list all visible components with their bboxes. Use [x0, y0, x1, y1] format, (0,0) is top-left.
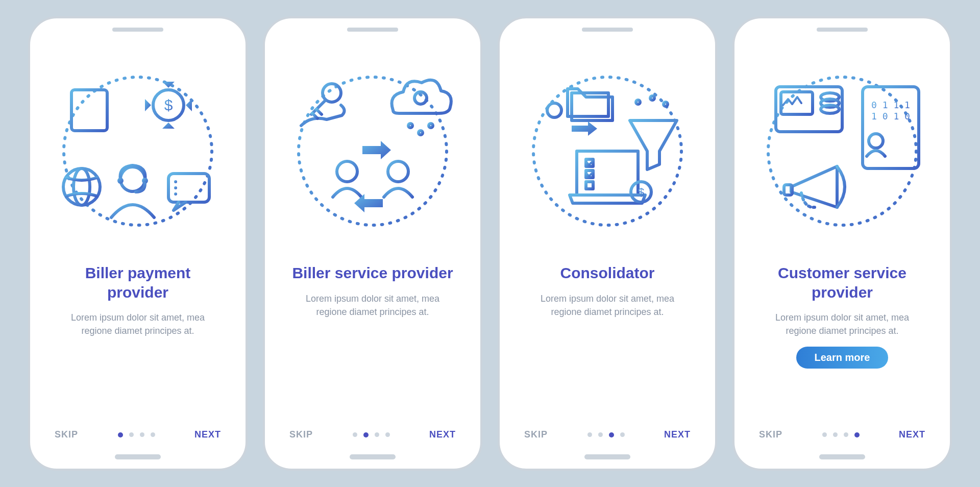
svg-point-27	[174, 192, 177, 196]
next-button[interactable]: NEXT	[664, 429, 691, 440]
svg-point-18	[120, 167, 145, 191]
dot-4[interactable]	[620, 432, 625, 437]
svg-line-32	[316, 109, 322, 114]
learn-more-button[interactable]: Learn more	[796, 347, 889, 369]
illustration-customer-service: 0 1 1 1 1 0 1 0	[750, 49, 935, 253]
skip-button[interactable]: SKIP	[759, 429, 782, 440]
content-area: Customer service provider Lorem ipsum do…	[750, 253, 935, 438]
svg-rect-75	[863, 87, 919, 168]
screen-description: Lorem ipsum dolor sit amet, mea regione …	[291, 292, 454, 319]
svg-point-72	[821, 105, 839, 113]
dot-4[interactable]	[854, 432, 860, 437]
bottom-nav: SKIP NEXT	[265, 429, 480, 440]
next-button[interactable]: NEXT	[899, 429, 925, 440]
skip-button[interactable]: SKIP	[289, 429, 313, 440]
svg-point-41	[408, 124, 412, 128]
dot-4[interactable]	[385, 432, 390, 437]
page-dots	[118, 432, 155, 437]
dot-1[interactable]	[353, 432, 357, 437]
content-area: Consolidator Lorem ipsum dolor sit amet,…	[515, 253, 700, 438]
bottom-nav: SKIP NEXT	[734, 429, 950, 440]
page-dots	[822, 432, 860, 437]
bottom-nav: SKIP NEXT	[500, 429, 715, 440]
dot-2[interactable]	[363, 432, 369, 437]
svg-point-58	[664, 102, 668, 106]
dot-2[interactable]	[833, 432, 838, 437]
page-dots	[587, 432, 625, 437]
svg-text:$: $	[164, 96, 173, 113]
dot-1[interactable]	[822, 432, 827, 437]
svg-point-54	[636, 100, 640, 104]
dot-4[interactable]	[151, 432, 155, 437]
dot-3[interactable]	[140, 432, 144, 437]
svg-text:$: $	[638, 186, 644, 199]
illustration-biller-service	[280, 49, 465, 253]
next-button[interactable]: NEXT	[194, 429, 221, 440]
svg-point-23	[174, 186, 177, 189]
illustration-icon: 0 1 1 1 1 0 1 0	[755, 64, 929, 238]
skip-button[interactable]: SKIP	[524, 429, 548, 440]
dot-1[interactable]	[118, 432, 123, 437]
bottom-nav: SKIP NEXT	[30, 429, 246, 440]
dot-3[interactable]	[609, 432, 614, 437]
dot-3[interactable]	[844, 432, 848, 437]
onboarding-screen-4: 0 1 1 1 1 0 1 0 Customer service provide…	[732, 16, 952, 471]
dot-2[interactable]	[129, 432, 134, 437]
dot-2[interactable]	[598, 432, 603, 437]
onboarding-screen-3: $ Consolidator Lorem ipsum dolor sit ame…	[498, 16, 717, 471]
illustration-icon: $	[521, 64, 694, 238]
content-area: Biller payment provider Lorem ipsum dolo…	[45, 253, 230, 438]
illustration-consolidator: $	[515, 49, 700, 253]
onboarding-screen-2: Biller service provider Lorem ipsum dolo…	[263, 16, 482, 471]
svg-text:1 0 1 0: 1 0 1 0	[871, 111, 910, 121]
illustration-icon: $	[51, 64, 225, 238]
screen-title: Consolidator	[560, 263, 655, 283]
screen-description: Lorem ipsum dolor sit amet, mea regione …	[56, 311, 219, 337]
svg-text:0 1 1 1: 0 1 1 1	[871, 100, 910, 110]
content-area: Biller service provider Lorem ipsum dolo…	[280, 253, 465, 438]
onboarding-screen-1: $	[28, 16, 248, 471]
svg-point-78	[869, 134, 883, 148]
screen-title: Biller service provider	[292, 263, 453, 283]
illustration-icon	[286, 64, 459, 238]
illustration-biller-payment: $	[45, 49, 230, 253]
screen-title: Customer service provider	[757, 263, 927, 302]
svg-point-19	[117, 178, 124, 184]
svg-rect-61	[586, 182, 593, 189]
screen-description: Lorem ipsum dolor sit amet, mea regione …	[526, 292, 689, 319]
svg-point-25	[174, 180, 177, 183]
svg-rect-82	[784, 185, 792, 195]
svg-point-43	[419, 131, 423, 135]
dot-3[interactable]	[375, 432, 379, 437]
svg-point-48	[547, 103, 561, 117]
screen-description: Lorem ipsum dolor sit amet, mea regione …	[761, 311, 924, 337]
svg-point-46	[388, 161, 408, 182]
page-dots	[353, 432, 390, 437]
svg-point-56	[650, 96, 654, 100]
next-button[interactable]: NEXT	[429, 429, 456, 440]
svg-point-42	[429, 124, 433, 128]
screen-title: Biller payment provider	[53, 263, 223, 302]
dot-1[interactable]	[587, 432, 592, 437]
svg-point-44	[337, 161, 357, 182]
skip-button[interactable]: SKIP	[55, 429, 78, 440]
